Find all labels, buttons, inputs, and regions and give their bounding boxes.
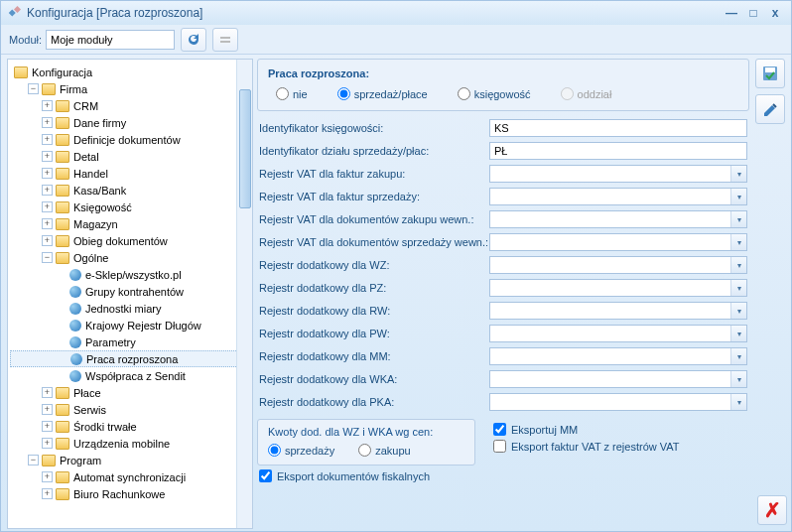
collapse-icon[interactable]: −	[28, 455, 39, 466]
tree-sendit[interactable]: Współpraca z Sendit	[10, 367, 250, 384]
combo-vat-dzw[interactable]: ▾	[489, 210, 747, 228]
tree-crm[interactable]: +CRM	[10, 97, 250, 114]
combo-vat-sprzedaz[interactable]: ▾	[489, 188, 747, 205]
tree-ogolne[interactable]: −Ogólne	[10, 249, 250, 266]
expand-icon[interactable]: +	[42, 218, 53, 229]
edit-button[interactable]	[755, 94, 785, 124]
tree-scrollbar[interactable]	[236, 60, 252, 528]
tree-ksiegowosc[interactable]: +Księgowość	[10, 199, 250, 215]
tree-def-dok[interactable]: +Definicje dokumentów	[10, 131, 250, 148]
expand-icon[interactable]: +	[42, 387, 53, 398]
refresh-button[interactable]	[181, 28, 206, 52]
tree-panel: Konfiguracja −Firma +CRM +Dane firmy +De…	[7, 59, 253, 529]
expand-icon[interactable]: +	[42, 488, 53, 499]
mode-groupbox: Praca rozproszona: nie sprzedaż/płace ks…	[257, 59, 749, 111]
input-id-ksiegowosci[interactable]	[489, 119, 747, 137]
combo-vat-zakup[interactable]: ▾	[489, 165, 747, 183]
tree-jednostki[interactable]: Jednostki miary	[10, 300, 250, 317]
tree-srodki[interactable]: +Środki trwałe	[10, 418, 250, 435]
label-vat-dzw: Rejestr VAT dla dokumentów zakupu wewn.:	[259, 213, 489, 225]
expand-icon[interactable]: +	[42, 471, 53, 482]
radio-sprzedaz[interactable]: sprzedaż/płace	[337, 87, 428, 100]
app-icon	[7, 6, 21, 20]
tree-urz-mobilne[interactable]: +Urządzenia mobilne	[10, 435, 250, 452]
tree-firma[interactable]: −Firma	[10, 80, 250, 97]
label-id-ksiegowosci: Identyfikator księgowości:	[259, 122, 489, 134]
tree-dane-firmy[interactable]: +Dane firmy	[10, 114, 250, 131]
label-dod-rw: Rejestr dodatkowy dla RW:	[259, 305, 489, 317]
tree-place[interactable]: +Płace	[10, 384, 250, 401]
chevron-down-icon: ▾	[730, 234, 746, 250]
combo-dod-mm[interactable]: ▾	[489, 347, 747, 365]
chevron-down-icon: ▾	[730, 303, 746, 319]
collapse-icon[interactable]: −	[28, 83, 39, 94]
expand-icon[interactable]: +	[42, 134, 53, 145]
collapse-icon[interactable]: −	[42, 252, 53, 263]
maximize-button[interactable]: □	[743, 5, 763, 21]
chevron-down-icon: ▾	[730, 257, 746, 273]
expand-icon[interactable]: +	[42, 100, 53, 111]
tree-magazyn[interactable]: +Magazyn	[10, 215, 250, 232]
expand-icon[interactable]: +	[42, 117, 53, 128]
minimize-button[interactable]: —	[722, 5, 741, 21]
cancel-button[interactable]: ✗	[757, 495, 787, 525]
label-dod-wz: Rejestr dodatkowy dla WZ:	[259, 259, 489, 271]
close-window-button[interactable]: x	[765, 5, 785, 21]
input-id-sprzedazy[interactable]	[489, 142, 747, 160]
tree-esklep[interactable]: e-Sklep/wszystko.pl	[10, 266, 250, 283]
tree-serwis[interactable]: +Serwis	[10, 401, 250, 418]
combo-vat-dsw[interactable]: ▾	[489, 233, 747, 251]
globe-icon	[69, 286, 81, 298]
radio-kwoty-zakupu[interactable]: zakupu	[358, 444, 410, 457]
tree-obieg[interactable]: +Obieg dokumentów	[10, 232, 250, 249]
tree-program[interactable]: −Program	[10, 452, 250, 468]
expand-icon[interactable]: +	[42, 421, 53, 432]
expand-icon[interactable]: +	[42, 235, 53, 246]
content-panel: Praca rozproszona: nie sprzedaż/płace ks…	[257, 59, 785, 529]
module-select[interactable]	[46, 30, 175, 50]
expand-icon[interactable]: +	[42, 168, 53, 179]
expand-icon[interactable]: +	[42, 438, 53, 449]
save-button[interactable]	[755, 59, 785, 88]
label-dod-pka: Rejestr dodatkowy dla PKA:	[259, 396, 489, 408]
tree-handel[interactable]: +Handel	[10, 165, 250, 182]
combo-dod-pka[interactable]: ▾	[489, 393, 747, 411]
check-eksportuj-mm[interactable]: Eksportuj MM	[493, 423, 680, 436]
tree-praca-rozproszona[interactable]: Praca rozproszona	[10, 350, 250, 367]
svg-rect-1	[220, 41, 230, 43]
chevron-down-icon: ▾	[730, 326, 746, 341]
chevron-down-icon: ▾	[730, 394, 746, 410]
chevron-down-icon: ▾	[730, 371, 746, 387]
tree-automat[interactable]: +Automat synchronizacji	[10, 468, 250, 485]
globe-icon	[69, 320, 81, 332]
scrollbar-thumb[interactable]	[239, 89, 251, 208]
combo-dod-wz[interactable]: ▾	[489, 256, 747, 274]
tree-parametry[interactable]: Parametry	[10, 333, 250, 350]
tree-detal[interactable]: +Detal	[10, 148, 250, 165]
tree-krd[interactable]: Krajowy Rejestr Długów	[10, 317, 250, 333]
collapse-button[interactable]	[212, 28, 238, 52]
expand-icon[interactable]: +	[42, 185, 53, 196]
combo-dod-pz[interactable]: ▾	[489, 279, 747, 297]
globe-icon	[69, 370, 81, 382]
check-eksport-fiskalnych[interactable]: Eksport dokumentów fiskalnych	[259, 469, 785, 482]
tree-grupy[interactable]: Grupy kontrahentów	[10, 283, 250, 300]
expand-icon[interactable]: +	[42, 201, 53, 212]
toolbar: Moduł:	[1, 25, 791, 55]
radio-oddzial: oddział	[561, 87, 612, 100]
expand-icon[interactable]: +	[42, 404, 53, 415]
tree-kasa[interactable]: +Kasa/Bank	[10, 182, 250, 199]
combo-dod-wka[interactable]: ▾	[489, 370, 747, 388]
tree-biuro[interactable]: +Biuro Rachunkowe	[10, 485, 250, 502]
expand-icon[interactable]: +	[42, 151, 53, 162]
check-eksport-vat[interactable]: Eksport faktur VAT z rejestrów VAT	[493, 440, 680, 453]
radio-ksiegowosc[interactable]: księgowość	[458, 87, 531, 100]
svg-rect-3	[765, 67, 775, 72]
radio-nie[interactable]: nie	[276, 87, 308, 100]
combo-dod-rw[interactable]: ▾	[489, 302, 747, 320]
tree-root[interactable]: Konfiguracja	[10, 64, 250, 80]
combo-dod-pw[interactable]: ▾	[489, 325, 747, 342]
label-vat-sprzedaz: Rejestr VAT dla faktur sprzedaży:	[259, 191, 489, 202]
radio-kwoty-sprzedazy[interactable]: sprzedaży	[268, 444, 334, 457]
kwoty-groupbox: Kwoty dod. dla WZ i WKA wg cen: sprzedaż…	[257, 419, 475, 466]
